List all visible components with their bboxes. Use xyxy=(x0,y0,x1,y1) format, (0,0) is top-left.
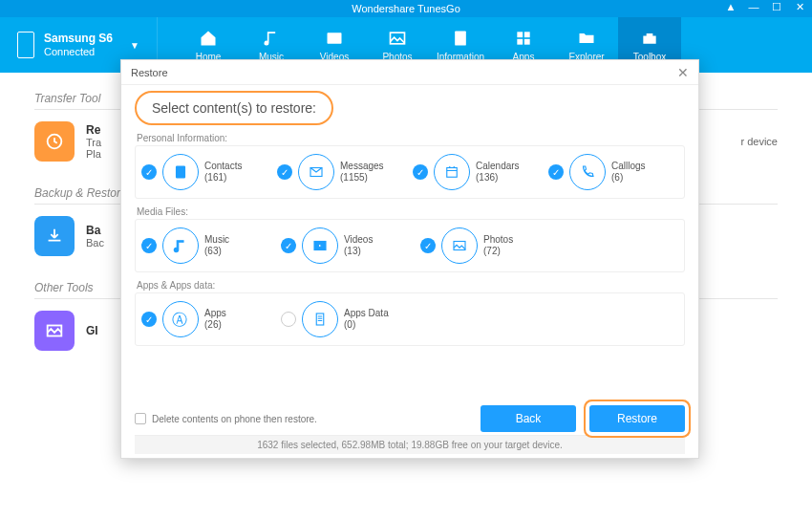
home-icon xyxy=(198,29,219,48)
photo-icon xyxy=(387,29,408,48)
maximize-button[interactable]: ☐ xyxy=(770,1,783,13)
svg-rect-3 xyxy=(517,32,523,37)
music-icon xyxy=(162,227,199,264)
music-icon xyxy=(261,29,282,48)
svg-rect-4 xyxy=(524,32,530,37)
item-calendars[interactable]: ✓ Calendars(136) xyxy=(413,154,543,190)
svg-rect-9 xyxy=(177,166,185,178)
item-contacts[interactable]: ✓ Contacts(161) xyxy=(141,154,271,190)
backup-icon xyxy=(34,216,75,256)
check-icon[interactable]: ✓ xyxy=(141,164,157,180)
item-apps[interactable]: ✓ Ⓐ Apps(26) xyxy=(141,301,275,337)
contacts-icon xyxy=(450,29,471,48)
document-icon xyxy=(302,301,338,337)
check-icon[interactable] xyxy=(281,312,296,327)
close-button[interactable]: ✕ xyxy=(793,1,806,13)
item-music[interactable]: ✓ Music(63) xyxy=(141,227,275,264)
app-title: Wondershare TunesGo xyxy=(352,3,460,14)
item-calllogs[interactable]: ✓ Calllogs(6) xyxy=(548,154,678,190)
phone-icon xyxy=(17,32,34,58)
apps-icon xyxy=(513,29,534,48)
messages-icon xyxy=(298,154,334,190)
photo-icon xyxy=(441,227,478,264)
video-icon xyxy=(302,227,338,264)
highlight-ring: Select content(s) to restore: xyxy=(135,91,333,125)
video-icon xyxy=(324,29,345,48)
svg-rect-0 xyxy=(328,32,342,44)
folder-icon xyxy=(576,29,597,48)
delete-option[interactable]: Delete contents on phone then restore. xyxy=(135,413,317,424)
chevron-down-icon: ▼ xyxy=(130,40,139,51)
check-icon[interactable]: ✓ xyxy=(420,238,436,253)
device-status: Connected xyxy=(44,46,113,58)
dialog-close-button[interactable]: ✕ xyxy=(677,65,689,80)
svg-rect-2 xyxy=(455,31,466,45)
checkbox-icon[interactable] xyxy=(135,413,146,424)
item-messages[interactable]: ✓ Messages(1155) xyxy=(277,154,407,190)
media-section: ✓ Music(63) ✓ Videos(13) ✓ Photos(72) xyxy=(135,219,685,272)
personal-section: ✓ Contacts(161) ✓ Messages(1155) ✓ Calen… xyxy=(135,145,685,199)
minimize-button[interactable]: — xyxy=(747,1,760,13)
phone-icon xyxy=(569,154,606,190)
rebuild-icon xyxy=(34,121,75,162)
svg-rect-6 xyxy=(524,38,530,44)
check-icon[interactable]: ✓ xyxy=(141,312,157,327)
status-bar: 1632 files selected, 652.98MB total; 19.… xyxy=(135,435,685,454)
user-icon[interactable]: ▲ xyxy=(724,1,737,13)
dialog-footer: Delete contents on phone then restore. B… xyxy=(121,397,698,458)
apps-section: ✓ Ⓐ Apps(26) Apps Data(0) xyxy=(135,292,685,346)
svg-rect-14 xyxy=(316,314,324,325)
title-bar: Wondershare TunesGo ▲ — ☐ ✕ xyxy=(0,0,812,17)
appstore-icon: Ⓐ xyxy=(162,301,199,337)
svg-rect-11 xyxy=(447,168,458,178)
item-photos[interactable]: ✓ Photos(72) xyxy=(420,227,554,264)
check-icon[interactable]: ✓ xyxy=(277,164,292,180)
restore-dialog: Restore ✕ Select content(s) to restore: … xyxy=(120,59,699,459)
check-icon[interactable]: ✓ xyxy=(141,238,157,253)
dialog-body: Select content(s) to restore: Personal I… xyxy=(121,85,698,397)
restore-button[interactable]: Restore xyxy=(589,405,685,432)
section-personal: Personal Information: xyxy=(137,133,685,143)
device-text: Samsung S6 Connected xyxy=(44,32,113,58)
gif-icon xyxy=(34,311,75,351)
svg-rect-5 xyxy=(517,38,523,44)
back-button[interactable]: Back xyxy=(481,405,576,432)
device-name: Samsung S6 xyxy=(44,32,113,45)
section-media: Media Files: xyxy=(137,206,685,217)
item-appsdata[interactable]: Apps Data(0) xyxy=(281,301,415,337)
check-icon[interactable]: ✓ xyxy=(413,164,428,180)
dialog-prompt: Select content(s) to restore: xyxy=(146,97,322,119)
section-apps: Apps & Apps data: xyxy=(137,280,685,291)
item-videos[interactable]: ✓ Videos(13) xyxy=(281,227,415,264)
contacts-icon xyxy=(162,154,199,190)
toolbox-icon xyxy=(639,29,660,48)
window-controls: ▲ — ☐ ✕ xyxy=(724,1,806,13)
check-icon[interactable]: ✓ xyxy=(548,164,564,180)
check-icon[interactable]: ✓ xyxy=(281,238,296,253)
dialog-title: Restore xyxy=(131,67,168,78)
dialog-header: Restore ✕ xyxy=(121,60,698,85)
calendar-icon xyxy=(434,154,470,190)
